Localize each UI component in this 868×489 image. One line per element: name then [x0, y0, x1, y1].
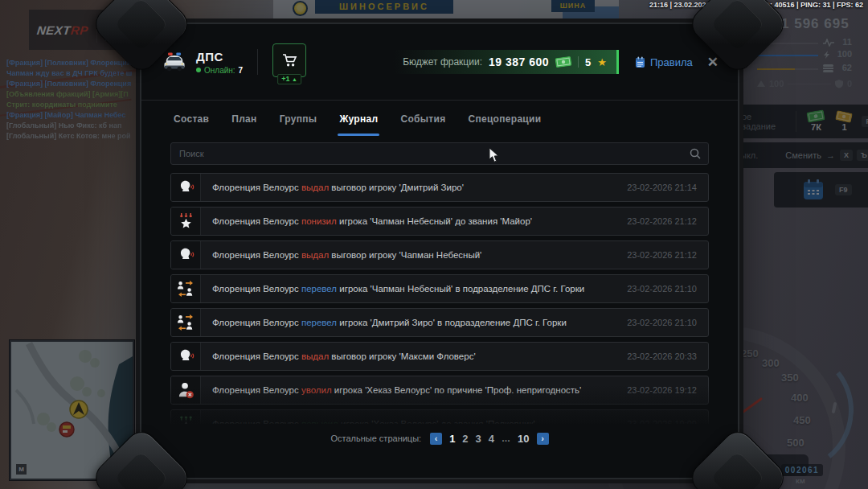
- budget-value: 19 387 600: [489, 55, 549, 68]
- tab-zhurnal[interactable]: Журнал: [339, 113, 378, 125]
- cart-icon: [281, 53, 297, 68]
- log-date: 23-02-2026 21:10: [627, 318, 708, 327]
- page-10[interactable]: 10: [518, 433, 529, 445]
- transfer-icon: [177, 280, 194, 298]
- page-2[interactable]: 2: [462, 433, 468, 445]
- page-3[interactable]: 3: [476, 433, 481, 445]
- header-divider: [257, 49, 258, 75]
- tab-sobytiya[interactable]: События: [400, 113, 445, 125]
- page-4[interactable]: 4: [489, 433, 494, 445]
- pagination-label: Остальные страницы:: [330, 434, 421, 443]
- log-date: 23-02-2026 21:10: [627, 284, 708, 294]
- tab-bar: Состав План Группы Журнал События Спецоп…: [141, 101, 738, 138]
- log-date: 23-02-2026 20:33: [627, 351, 708, 361]
- log-date: 23-02-2026 21:12: [627, 216, 708, 226]
- tab-sostav[interactable]: Состав: [174, 113, 209, 125]
- log-row: Флоренция Велоурс выдал выговор игроку '…: [170, 240, 709, 269]
- status-bar: 21:16 | 23.02.2026 | P.LOSS: 0% | ID: 40…: [649, 1, 863, 9]
- budget-separator: [578, 56, 579, 68]
- faction-budget: Бюджет фракции: 19 387 600 5 ★: [393, 50, 619, 74]
- log-row: Флоренция Велоурс выдал выговор игроку '…: [170, 342, 709, 371]
- budget-cash-icon: [555, 56, 571, 68]
- dismiss-icon: [178, 382, 194, 399]
- log-row: Флоренция Велоурс уволил игрока 'Хеказ В…: [170, 376, 709, 405]
- promote-icon: [178, 416, 194, 425]
- log-row: Флоренция Велоурс выдал выговор игроку '…: [170, 173, 709, 202]
- budget-stars-count: 5: [585, 56, 591, 68]
- faction-title: ДПС: [196, 50, 243, 64]
- rules-label: Правила: [650, 56, 693, 68]
- log-list: Флоренция Велоурс выдал выговор игроку '…: [170, 173, 709, 424]
- shop-cart-button[interactable]: +1 ▲: [272, 43, 306, 77]
- log-date: 23-02-2026 21:14: [627, 183, 708, 192]
- page-1[interactable]: 1: [449, 433, 455, 445]
- search-icon: [689, 147, 702, 160]
- online-dot: [196, 68, 201, 72]
- log-row: Флоренция Велоурс перевел игрока 'Дмитри…: [170, 308, 709, 337]
- budget-label: Бюджет фракции:: [403, 56, 482, 68]
- mouse-cursor: [489, 147, 500, 163]
- tab-specoperacii[interactable]: Спецоперации: [468, 113, 541, 125]
- search-box: [170, 142, 709, 165]
- police-car-icon: [162, 52, 186, 72]
- tab-gruppy[interactable]: Группы: [280, 113, 317, 125]
- demote-icon: [178, 213, 194, 230]
- online-count: 7: [239, 66, 244, 75]
- close-icon[interactable]: ✕: [707, 54, 719, 71]
- next-page-button[interactable]: ›: [537, 433, 549, 445]
- page-ellipsis: …: [502, 434, 510, 443]
- log-row: Флоренция Велоурс понизил игрока 'Чапман…: [170, 207, 709, 236]
- star-icon: ★: [597, 56, 607, 68]
- rules-book-icon: [635, 56, 645, 68]
- reprimand-icon: [178, 247, 194, 264]
- log-row: Флоренция Велоурс перевел игрока 'Чапман…: [170, 274, 709, 303]
- faction-window: ДПС Онлайн: 7 +1 ▲ Бюджет фракции: 19 38…: [141, 24, 738, 478]
- prev-page-button[interactable]: ‹: [430, 433, 442, 445]
- transfer-icon: [177, 314, 194, 331]
- search-input[interactable]: [171, 143, 708, 164]
- cart-badge: +1 ▲: [277, 74, 301, 84]
- rules-button[interactable]: Правила: [635, 56, 693, 68]
- pagination: Остальные страницы: ‹ 1 2 3 4 … 10 ›: [170, 425, 709, 451]
- tab-plan[interactable]: План: [231, 113, 256, 125]
- reprimand-icon: [178, 179, 194, 196]
- window-header: ДПС Онлайн: 7 +1 ▲ Бюджет фракции: 19 38…: [141, 24, 738, 100]
- online-label: Онлайн:: [204, 66, 235, 75]
- log-row: Флоренция Велоурс повысил игрока 'Хеказ …: [170, 409, 709, 424]
- log-date: 23-02-2026 19:09: [627, 419, 708, 424]
- log-date: 23-02-2026 21:12: [627, 250, 708, 260]
- reprimand-icon: [178, 348, 194, 365]
- log-date: 23-02-2026 19:12: [627, 385, 708, 395]
